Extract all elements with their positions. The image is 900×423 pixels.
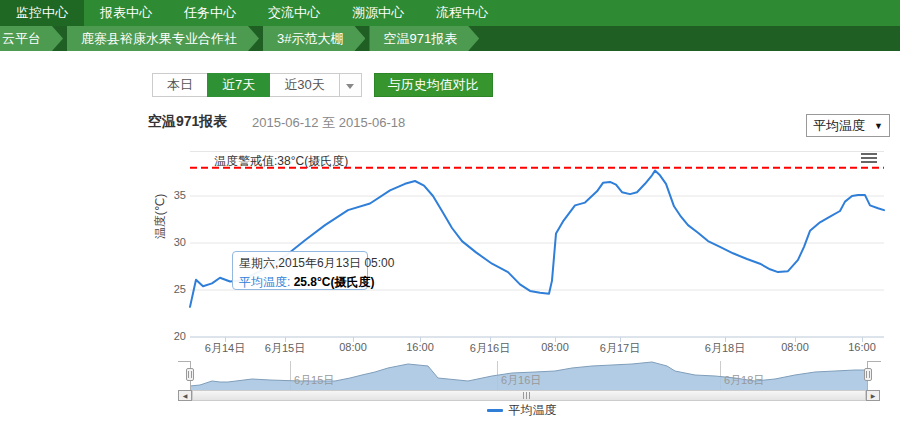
range-button-30days[interactable]: 近30天: [269, 73, 339, 97]
nav-item[interactable]: 监控中心: [0, 0, 84, 26]
navigator-handle-right[interactable]: [864, 368, 872, 381]
chevron-down-icon: ▼: [874, 121, 883, 131]
report-title: 空温971报表: [148, 113, 227, 131]
scrollbar-grip[interactable]: [523, 392, 531, 399]
app-page: 监控中心报表中心任务中心交流中心溯源中心流程中心 云平台鹿寨县裕康水果专业合作社…: [0, 0, 900, 423]
nav-item[interactable]: 任务中心: [168, 0, 252, 26]
x-axis-label: 08:00: [763, 341, 827, 353]
threshold-label: 温度警戒值:38°C(摄氏度): [214, 153, 348, 170]
nav-item[interactable]: 交流中心: [252, 0, 336, 26]
tooltip-series-name: 平均温度:: [239, 275, 294, 289]
navigator-axis-label: 6月18日: [724, 373, 764, 388]
breadcrumb-item[interactable]: 3#示范大棚: [263, 26, 365, 51]
nav-item[interactable]: 报表中心: [84, 0, 168, 26]
x-axis-label: 6月15日: [253, 341, 317, 356]
x-axis-label: 6月18日: [693, 341, 757, 356]
breadcrumb: 云平台鹿寨县裕康水果专业合作社3#示范大棚空温971报表: [0, 26, 900, 51]
compare-history-button[interactable]: 与历史均值对比: [374, 73, 493, 97]
scrollbar-right-button[interactable]: ▶: [866, 390, 880, 401]
metric-select-value: 平均温度: [813, 117, 865, 135]
x-axis-label: 08:00: [523, 341, 587, 353]
chart-menu-icon[interactable]: [861, 153, 877, 165]
tooltip-datetime: 星期六,2015年6月13日 05:00: [239, 255, 361, 272]
range-button-today[interactable]: 本日: [152, 73, 208, 97]
chart-tooltip: 星期六,2015年6月13日 05:00 平均温度: 25.8°C(摄氏度): [232, 251, 368, 290]
x-axis-label: 6月17日: [588, 341, 652, 356]
report-date-range: 2015-06-12 至 2015-06-18: [252, 114, 405, 132]
main-plot: [190, 151, 884, 342]
metric-select[interactable]: 平均温度 ▼: [806, 114, 890, 137]
chart-legend[interactable]: 平均温度: [148, 402, 895, 419]
y-axis-label: 35: [144, 189, 186, 201]
tooltip-value: 25.8°C(摄氏度): [294, 275, 375, 289]
range-button-7days[interactable]: 近7天: [207, 73, 270, 97]
x-axis-label: 08:00: [321, 341, 385, 353]
legend-line-icon: [487, 409, 503, 412]
navigator-axis-label: 6月16日: [501, 373, 541, 388]
breadcrumb-item[interactable]: 空温971报表: [369, 26, 479, 51]
chevron-down-icon: [346, 84, 354, 89]
tooltip-value-row: 平均温度: 25.8°C(摄氏度): [239, 274, 361, 291]
y-axis-label: 20: [144, 330, 186, 342]
x-axis-label: 6月16日: [458, 341, 522, 356]
breadcrumb-item[interactable]: 云平台: [0, 26, 63, 51]
nav-item[interactable]: 溯源中心: [336, 0, 420, 26]
breadcrumb-item[interactable]: 鹿寨县裕康水果专业合作社: [67, 26, 259, 51]
x-axis-label: 16:00: [388, 341, 452, 353]
x-axis-label: 6月14日: [193, 341, 257, 356]
scrollbar-left-button[interactable]: ◀: [178, 390, 192, 401]
y-axis-label: 30: [144, 236, 186, 248]
navigator-outline-right: [867, 361, 881, 362]
navigator-axis-label: 6月15日: [294, 373, 334, 388]
range-dropdown-button[interactable]: [339, 73, 362, 97]
navigator-handle-left[interactable]: [186, 368, 194, 381]
y-axis-label: 25: [144, 283, 186, 295]
top-nav: 监控中心报表中心任务中心交流中心溯源中心流程中心: [0, 0, 900, 26]
range-toolbar: 本日 近7天 近30天 与历史均值对比: [152, 73, 493, 97]
x-axis-label: 16:00: [830, 341, 894, 353]
nav-item[interactable]: 流程中心: [420, 0, 504, 26]
legend-series-name: 平均温度: [509, 403, 557, 417]
